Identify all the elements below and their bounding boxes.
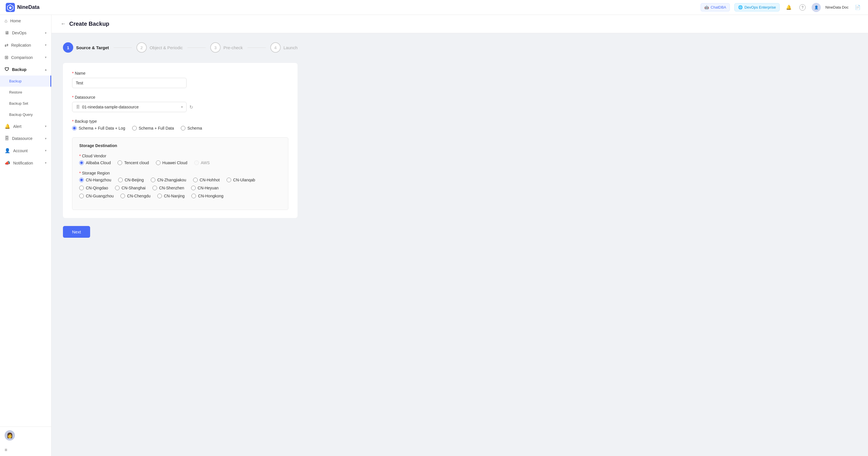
region-cn-beijing[interactable]: CN-Beijing <box>118 178 144 182</box>
region-cn-ulanqab[interactable]: CN-Ulanqab <box>226 178 255 182</box>
region-cn-hohhot-label: CN-Hohhot <box>200 178 220 182</box>
region-cn-zhangjiakou[interactable]: CN-Zhangjiakou <box>151 178 186 182</box>
docs-icon-button[interactable]: 📄 <box>853 3 862 12</box>
sidebar-item-home[interactable]: ⌂ Home <box>0 15 51 27</box>
datasource-value: 01-ninedata-sample-datasource <box>82 105 139 109</box>
region-cn-heyuan-radio[interactable] <box>191 186 196 190</box>
cloud-vendor-alibaba-radio[interactable] <box>79 160 84 165</box>
cloud-vendor-huawei-label: Huawei Cloud <box>162 160 187 165</box>
region-cn-shanghai-radio[interactable] <box>115 186 120 190</box>
region-cn-beijing-radio[interactable] <box>118 178 123 182</box>
user-avatar[interactable]: 👤 <box>812 3 821 12</box>
cloud-vendor-tencent[interactable]: Tencent cloud <box>118 160 149 165</box>
sidebar-item-account[interactable]: 👤 Account ▾ <box>0 145 51 157</box>
sidebar-item-datasource[interactable]: 🗄 Datasource ▾ <box>0 132 51 145</box>
region-cn-heyuan-label: CN-Heyuan <box>198 186 219 190</box>
region-cn-hangzhou-radio[interactable] <box>79 178 84 182</box>
region-cn-guangzhou-radio[interactable] <box>79 194 84 198</box>
step-connector-2 <box>187 48 206 48</box>
user-name[interactable]: NineData Doc <box>825 5 848 9</box>
region-cn-hohhot[interactable]: CN-Hohhot <box>193 178 220 182</box>
datasource-select[interactable]: 🗄 01-ninedata-sample-datasource ▾ <box>72 102 187 112</box>
region-cn-shanghai-label: CN-Shanghai <box>122 186 146 190</box>
form-section-main: * Name * Datasource 🗄 <box>63 63 298 218</box>
sidebar-item-home-label: Home <box>10 19 21 23</box>
region-cn-qingdao-radio[interactable] <box>79 186 84 190</box>
cloud-vendor-huawei[interactable]: Huawei Cloud <box>156 160 187 165</box>
region-cn-nanjing-label: CN-Nanjing <box>164 194 185 198</box>
sidebar-backup-backup-label: Backup <box>9 79 22 83</box>
region-cn-chengdu[interactable]: CN-Chengdu <box>120 194 151 198</box>
region-cn-ulanqab-radio[interactable] <box>226 178 231 182</box>
sidebar-user-avatar[interactable]: 👩 <box>5 430 15 440</box>
region-cn-nanjing-radio[interactable] <box>157 194 162 198</box>
help-button[interactable]: ? <box>798 3 807 12</box>
sidebar-item-devops[interactable]: 🖥 DevOps ▾ <box>0 27 51 39</box>
region-cn-chengdu-label: CN-Chengdu <box>127 194 151 198</box>
sidebar-item-alert[interactable]: 🔔 Alert ▾ <box>0 120 51 132</box>
collapse-icon: ≡ <box>5 448 7 452</box>
region-cn-hongkong[interactable]: CN-Hongkong <box>191 194 223 198</box>
backup-type-schema-full[interactable]: Schema + Full Data <box>132 126 174 130</box>
logo-area: NineData <box>6 3 696 12</box>
datasource-field: * Datasource 🗄 01-ninedata-sample-dataso… <box>72 95 288 112</box>
sidebar-item-datasource-label: Datasource <box>12 136 33 141</box>
sidebar-item-notification[interactable]: 📣 Notification ▾ <box>0 157 51 169</box>
sidebar-backup-set-label: Backup Set <box>9 101 28 105</box>
region-cn-hohhot-radio[interactable] <box>193 178 198 182</box>
step-3-circle: 3 <box>210 42 221 53</box>
backup-type-schema-full-log-radio[interactable] <box>72 126 77 130</box>
cloud-vendor-tencent-radio[interactable] <box>118 160 122 165</box>
sidebar-avatar-icon: 👩 <box>7 432 13 438</box>
sidebar-backup-restore-label: Restore <box>9 90 22 94</box>
sidebar-item-backup-restore[interactable]: Restore <box>0 87 51 98</box>
region-cn-guangzhou[interactable]: CN-Guangzhou <box>79 194 114 198</box>
region-cn-shenzhen-radio[interactable] <box>153 186 157 190</box>
backup-type-schema-full-radio[interactable] <box>132 126 137 130</box>
sidebar-item-comparison[interactable]: ⊞ Comparison ▾ <box>0 51 51 63</box>
sidebar-footer: 👩 <box>0 427 51 444</box>
region-cn-hangzhou[interactable]: CN-Hangzhou <box>79 178 111 182</box>
svg-point-2 <box>9 7 11 9</box>
sidebar-item-account-label: Account <box>13 149 28 153</box>
db-type-icon: 🗄 <box>76 105 80 109</box>
sidebar-collapse-button[interactable]: ≡ <box>0 444 51 456</box>
region-cn-hongkong-radio[interactable] <box>191 194 196 198</box>
devops-enterprise-button[interactable]: 🌐 DevOps Enterprise <box>734 3 780 11</box>
region-cn-qingdao[interactable]: CN-Qingdao <box>79 186 108 190</box>
chatdba-button[interactable]: 🤖 ChatDBA <box>701 3 730 11</box>
region-cn-chengdu-radio[interactable] <box>120 194 125 198</box>
sidebar-item-backup-query[interactable]: Backup Query <box>0 109 51 120</box>
backup-type-schema-full-log[interactable]: Schema + Full Data + Log <box>72 126 125 130</box>
backup-type-schema-full-label: Schema + Full Data <box>139 126 174 130</box>
storage-region-field: * Storage Region CN-Hangzhou <box>79 171 281 198</box>
comparison-icon: ⊞ <box>5 55 8 60</box>
app-name: NineData <box>17 4 39 10</box>
cloud-vendor-label: * Cloud Vendor <box>79 154 281 158</box>
notification-button[interactable]: 🔔 <box>784 3 793 12</box>
cloud-vendor-aws-radio[interactable] <box>194 160 199 165</box>
region-cn-hongkong-label: CN-Hongkong <box>198 194 223 198</box>
region-cn-nanjing[interactable]: CN-Nanjing <box>157 194 185 198</box>
sidebar-item-backup[interactable]: 🛡 Backup ▴ <box>0 63 51 75</box>
top-header: NineData 🤖 ChatDBA 🌐 DevOps Enterprise 🔔… <box>0 0 868 15</box>
region-cn-zhangjiakou-radio[interactable] <box>151 178 155 182</box>
back-button[interactable]: ← <box>61 21 66 27</box>
sidebar-item-backup-set[interactable]: Backup Set <box>0 98 51 109</box>
page-header: ← Create Backup <box>52 15 868 33</box>
name-input[interactable] <box>72 78 187 88</box>
cloud-vendor-huawei-radio[interactable] <box>156 160 160 165</box>
cloud-vendor-alibaba[interactable]: Alibaba Cloud <box>79 160 111 165</box>
backup-type-schema-radio[interactable] <box>181 126 185 130</box>
backup-type-schema[interactable]: Schema <box>181 126 202 130</box>
region-cn-shanghai[interactable]: CN-Shanghai <box>115 186 146 190</box>
sidebar-item-replication[interactable]: ⇄ Replication ▾ <box>0 39 51 51</box>
cloud-vendor-aws[interactable]: AWS <box>194 160 210 165</box>
sidebar-item-backup-backup[interactable]: Backup <box>0 75 51 87</box>
region-cn-heyuan[interactable]: CN-Heyuan <box>191 186 219 190</box>
next-button[interactable]: Next <box>63 226 90 238</box>
region-cn-shenzhen[interactable]: CN-Shenzhen <box>153 186 184 190</box>
region-cn-shenzhen-label: CN-Shenzhen <box>159 186 184 190</box>
refresh-button[interactable]: ↻ <box>189 104 193 110</box>
sidebar-item-replication-label: Replication <box>11 43 31 48</box>
